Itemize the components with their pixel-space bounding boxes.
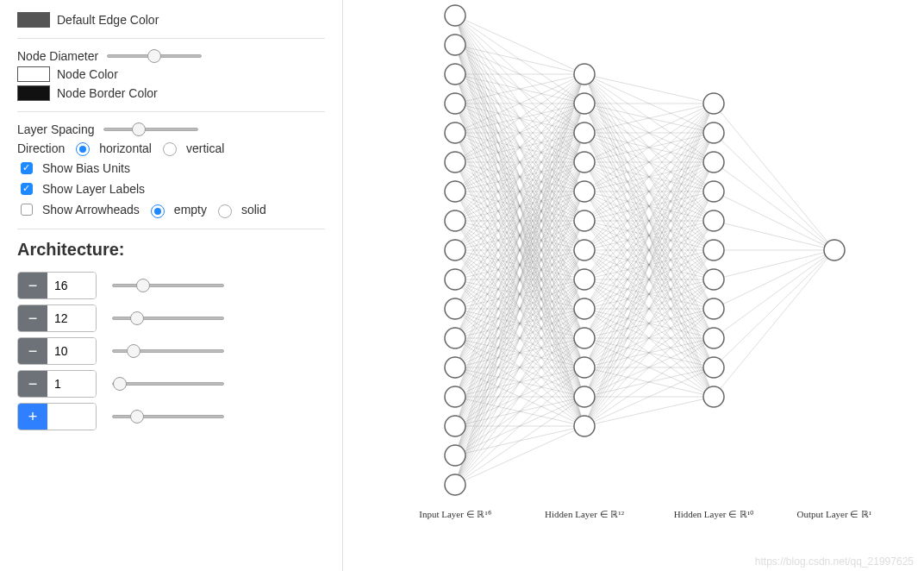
layer-size-slider[interactable]: [112, 317, 224, 320]
svg-line-367: [714, 191, 834, 250]
node-color-swatch[interactable]: [17, 66, 50, 82]
svg-point-382: [445, 210, 465, 231]
svg-point-403: [574, 386, 595, 407]
layer-size-input[interactable]: [47, 305, 96, 331]
remove-layer-button[interactable]: −: [18, 371, 47, 397]
direction-label: Direction: [17, 141, 65, 155]
network-diagram: Input Layer ∈ ℝ¹⁶Hidden Layer ∈ ℝ¹²Hidde…: [343, 0, 924, 528]
svg-point-406: [703, 122, 724, 143]
layer-spacing-slider[interactable]: [103, 128, 198, 131]
svg-line-355: [584, 162, 714, 426]
network-canvas-container: Input Layer ∈ ℝ¹⁶Hidden Layer ∈ ℝ¹²Hidde…: [343, 0, 924, 571]
svg-point-411: [703, 269, 724, 290]
show-arrowheads-checkbox[interactable]: [21, 204, 33, 216]
svg-line-374: [714, 250, 834, 397]
svg-point-377: [445, 64, 465, 85]
svg-line-363: [584, 397, 714, 426]
new-layer-size-slider[interactable]: [112, 415, 224, 418]
svg-point-412: [703, 298, 724, 319]
show-bias-label: Show Bias Units: [42, 161, 130, 175]
show-bias-row: Show Bias Units: [17, 160, 325, 177]
svg-point-386: [445, 328, 465, 348]
direction-row: Direction horizontal vertical: [17, 140, 325, 156]
node-border-row: Node Border Color: [17, 85, 325, 101]
node-diameter-slider[interactable]: [107, 54, 202, 58]
show-layer-labels-label: Show Layer Labels: [42, 182, 145, 196]
svg-point-401: [574, 328, 595, 348]
svg-line-373: [714, 250, 834, 367]
edge-color-row: Default Edge Color: [17, 12, 325, 28]
svg-point-405: [703, 93, 724, 114]
svg-line-370: [714, 250, 834, 279]
svg-point-413: [703, 328, 724, 348]
divider: [17, 111, 325, 112]
remove-layer-button[interactable]: −: [18, 305, 47, 331]
svg-point-408: [703, 181, 724, 202]
add-layer-button[interactable]: +: [18, 404, 47, 430]
edge-color-swatch[interactable]: [17, 12, 50, 28]
layer-size-input[interactable]: [47, 338, 96, 364]
svg-point-384: [445, 269, 465, 290]
svg-point-376: [445, 35, 465, 55]
svg-line-371: [714, 250, 834, 309]
architecture-heading: Architecture:: [17, 240, 325, 260]
direction-vertical-option: vertical: [186, 141, 224, 155]
node-color-label: Node Color: [57, 67, 118, 81]
arch-layer-row: −: [17, 304, 325, 332]
svg-point-379: [445, 122, 465, 143]
svg-point-393: [574, 93, 595, 114]
layer-size-slider[interactable]: [112, 349, 224, 353]
svg-line-368: [714, 221, 834, 250]
svg-point-380: [445, 152, 465, 173]
svg-point-395: [574, 152, 595, 173]
direction-horizontal-option: horizontal: [99, 141, 152, 155]
minus-icon: −: [28, 310, 38, 328]
layer-size-slider[interactable]: [112, 382, 224, 386]
arrowhead-solid-option: solid: [241, 203, 266, 216]
arch-layer-row: −: [17, 370, 325, 398]
show-layer-labels-checkbox[interactable]: [21, 183, 33, 195]
show-layer-labels-row: Show Layer Labels: [17, 180, 325, 198]
svg-point-398: [574, 240, 595, 260]
direction-horizontal-radio[interactable]: [76, 142, 90, 156]
svg-text:Input Layer ∈ ℝ¹⁶: Input Layer ∈ ℝ¹⁶: [419, 509, 491, 519]
svg-point-400: [574, 298, 595, 319]
remove-layer-button[interactable]: −: [18, 273, 47, 298]
show-bias-checkbox[interactable]: [21, 162, 33, 174]
layer-size-slider[interactable]: [112, 284, 224, 287]
layer-size-input[interactable]: [47, 371, 96, 397]
new-layer-size-input[interactable]: [47, 404, 96, 430]
plus-icon: +: [28, 408, 38, 426]
node-border-swatch[interactable]: [17, 85, 50, 101]
svg-line-365: [714, 133, 834, 250]
svg-point-416: [824, 240, 845, 260]
svg-point-392: [574, 64, 595, 85]
node-border-label: Node Border Color: [57, 86, 158, 100]
remove-layer-button[interactable]: −: [18, 338, 47, 364]
arrowhead-solid-radio[interactable]: [218, 204, 232, 218]
app: Default Edge Color Node Diameter Node Co…: [0, 0, 924, 571]
arch-add-row: +: [17, 403, 325, 430]
svg-point-389: [445, 416, 465, 436]
direction-vertical-radio[interactable]: [163, 142, 177, 156]
svg-line-353: [584, 104, 714, 426]
svg-line-364: [714, 104, 834, 250]
svg-line-221: [584, 74, 714, 104]
layer-size-input[interactable]: [47, 273, 96, 298]
arrowhead-empty-radio[interactable]: [151, 204, 165, 218]
divider: [17, 38, 325, 39]
minus-icon: −: [28, 375, 38, 393]
svg-point-414: [703, 357, 724, 378]
svg-point-390: [445, 445, 465, 466]
svg-point-383: [445, 240, 465, 260]
arch-layer-row: −: [17, 272, 325, 299]
svg-point-391: [445, 474, 465, 495]
divider: [17, 229, 325, 229]
watermark: https://blog.csdn.net/qq_21997625: [755, 555, 914, 568]
svg-point-381: [445, 181, 465, 202]
svg-text:Hidden Layer ∈ ℝ¹⁰: Hidden Layer ∈ ℝ¹⁰: [674, 509, 755, 519]
svg-point-394: [574, 122, 595, 143]
svg-point-385: [445, 298, 465, 319]
layer-spacing-label: Layer Spacing: [17, 122, 95, 136]
svg-point-409: [703, 210, 724, 231]
